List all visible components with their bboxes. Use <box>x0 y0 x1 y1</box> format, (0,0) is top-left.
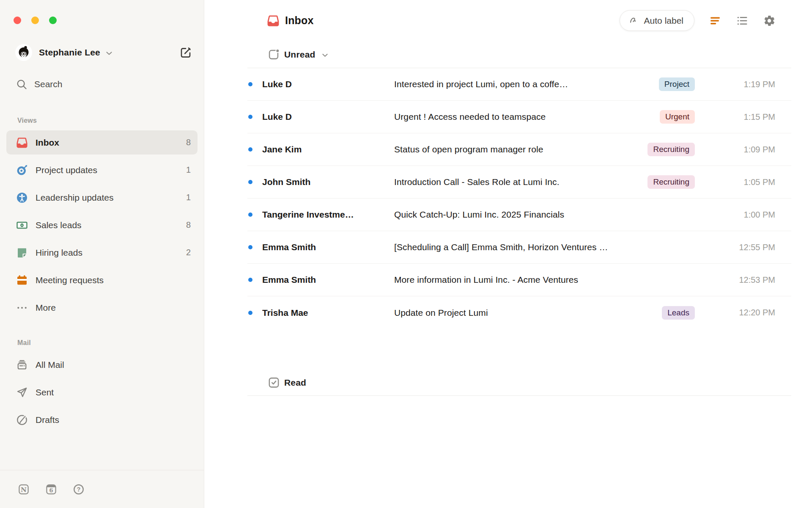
sidebar-item-label: Meeting requests <box>36 275 104 285</box>
email-subject: More information in Lumi Inc. - Acme Ven… <box>394 275 695 285</box>
email-row[interactable]: Emma SmithMore information in Lumi Inc. … <box>247 264 791 296</box>
sidebar-item-sent[interactable]: Sent <box>6 380 198 404</box>
page-title: Inbox <box>285 14 314 27</box>
email-list-wrap: Unread Luke DInterested in project Lumi,… <box>247 41 791 396</box>
email-time: 12:20 PM <box>695 308 775 318</box>
email-subject: Quick Catch-Up: Lumi Inc. 2025 Financial… <box>394 210 695 220</box>
notion-app-icon[interactable] <box>18 483 30 495</box>
email-row[interactable]: Trisha MaeUpdate on Project LumiLeads12:… <box>247 296 791 329</box>
email-row[interactable]: Tangerine Investme…Quick Catch-Up: Lumi … <box>247 199 791 231</box>
unread-dot <box>248 245 252 249</box>
target-icon <box>16 164 28 177</box>
email-subject: [Scheduling a Call] Emma Smith, Horizon … <box>394 242 695 252</box>
unread-count-badge: 8 <box>186 138 191 147</box>
sidebar-item-label: Leadership updates <box>36 193 113 203</box>
ellipsis-icon <box>16 301 28 314</box>
sidebar-item-project-updates[interactable]: Project updates1 <box>6 158 198 182</box>
unread-count-badge: 8 <box>186 220 191 230</box>
list-view-button[interactable] <box>736 14 749 27</box>
sidebar-item-search[interactable]: Search <box>6 74 198 95</box>
sidebar-item-meeting-requests[interactable]: Meeting requests <box>6 268 198 292</box>
email-row[interactable]: Jane KimStatus of open program manager r… <box>247 133 791 166</box>
email-tag: Project <box>659 77 695 91</box>
email-list: Luke DInterested in project Lumi, open t… <box>247 68 791 329</box>
minimize-window-button[interactable] <box>31 17 39 24</box>
sidebar-item-more[interactable]: More <box>6 295 198 320</box>
section-label-mail: Mail <box>17 339 204 347</box>
unread-section-label: Unread <box>284 50 315 60</box>
email-sender: John Smith <box>262 177 394 187</box>
drafts-icon <box>16 414 28 426</box>
read-section-label: Read <box>284 378 306 388</box>
email-sender: Emma Smith <box>262 275 394 285</box>
calendar-icon <box>16 274 28 287</box>
email-subject: Status of open program manager role <box>394 144 640 155</box>
main-header: Inbox Auto label <box>204 0 812 41</box>
zoom-window-button[interactable] <box>49 17 57 24</box>
window-controls <box>14 17 204 24</box>
section-label-views: Views <box>17 117 204 124</box>
email-sender: Trisha Mae <box>262 308 394 318</box>
search-label: Search <box>34 79 63 89</box>
avatar[interactable] <box>15 44 32 61</box>
allmail-icon <box>16 359 28 371</box>
sidebar-item-label: More <box>36 303 56 313</box>
sidebar-item-label: Hiring leads <box>36 248 82 258</box>
inbox-icon <box>16 136 28 149</box>
filter-button[interactable] <box>709 14 721 27</box>
chevron-down-icon[interactable] <box>321 51 329 60</box>
sidebar-item-label: Inbox <box>36 138 59 148</box>
settings-button[interactable] <box>763 14 776 27</box>
unread-dot <box>248 147 252 152</box>
email-row[interactable]: Luke DUrgent ! Access needed to teamspac… <box>247 101 791 133</box>
help-icon[interactable] <box>73 483 85 495</box>
sidebar-footer <box>0 470 204 508</box>
sidebar-item-sales-leads[interactable]: Sales leads8 <box>6 213 198 237</box>
email-row[interactable]: Emma Smith[Scheduling a Call] Emma Smith… <box>247 231 791 264</box>
send-icon <box>16 386 28 399</box>
chevron-down-icon[interactable] <box>104 49 114 58</box>
unread-icon <box>268 48 280 61</box>
sidebar-item-hiring-leads[interactable]: Hiring leads2 <box>6 240 198 265</box>
sidebar-nav: ViewsInbox8Project updates1Leadership up… <box>0 95 204 435</box>
unread-section-header[interactable]: Unread <box>247 41 791 68</box>
sidebar-item-label: Sent <box>36 387 54 398</box>
email-tag: Urgent <box>660 110 695 124</box>
read-section-header[interactable]: Read <box>247 370 791 396</box>
email-row[interactable]: John SmithIntroduction Call - Sales Role… <box>247 166 791 199</box>
profile-name[interactable]: Stephanie Lee <box>39 47 100 58</box>
email-sender: Tangerine Investme… <box>262 210 394 220</box>
unread-dot <box>248 180 252 184</box>
unread-dot <box>248 213 252 217</box>
email-time: 12:55 PM <box>695 243 775 252</box>
email-time: 12:53 PM <box>695 275 775 285</box>
sidebar-item-label: Drafts <box>36 415 59 425</box>
sidebar-item-leadership-updates[interactable]: Leadership updates1 <box>6 185 198 210</box>
unread-dot <box>248 278 252 282</box>
close-window-button[interactable] <box>14 17 21 24</box>
sidebar-item-drafts[interactable]: Drafts <box>6 408 198 432</box>
compose-button[interactable] <box>179 46 192 59</box>
auto-label-label: Auto label <box>644 16 683 26</box>
read-checkbox-icon <box>268 376 280 389</box>
note-icon <box>16 246 28 259</box>
profile-row: Stephanie Lee <box>15 44 192 61</box>
email-time: 1:05 PM <box>695 177 775 187</box>
email-tag: Recruiting <box>647 143 695 156</box>
email-sender: Luke D <box>262 79 394 89</box>
email-time: 1:19 PM <box>695 80 775 89</box>
calendar-app-icon[interactable] <box>45 483 57 495</box>
auto-label-button[interactable]: Auto label <box>620 10 694 31</box>
unread-count-badge: 1 <box>186 165 191 175</box>
sidebar-item-inbox[interactable]: Inbox8 <box>6 130 198 155</box>
email-row[interactable]: Luke DInterested in project Lumi, open t… <box>247 68 791 101</box>
sidebar-item-label: All Mail <box>36 360 64 370</box>
header-controls: Auto label <box>620 10 776 31</box>
email-tag: Recruiting <box>647 175 695 189</box>
compose-icon <box>179 46 192 59</box>
email-subject: Update on Project Lumi <box>394 308 654 318</box>
inbox-icon <box>266 14 280 28</box>
email-time: 1:15 PM <box>695 112 775 122</box>
email-sender: Jane Kim <box>262 144 394 155</box>
sidebar-item-all-mail[interactable]: All Mail <box>6 353 198 377</box>
